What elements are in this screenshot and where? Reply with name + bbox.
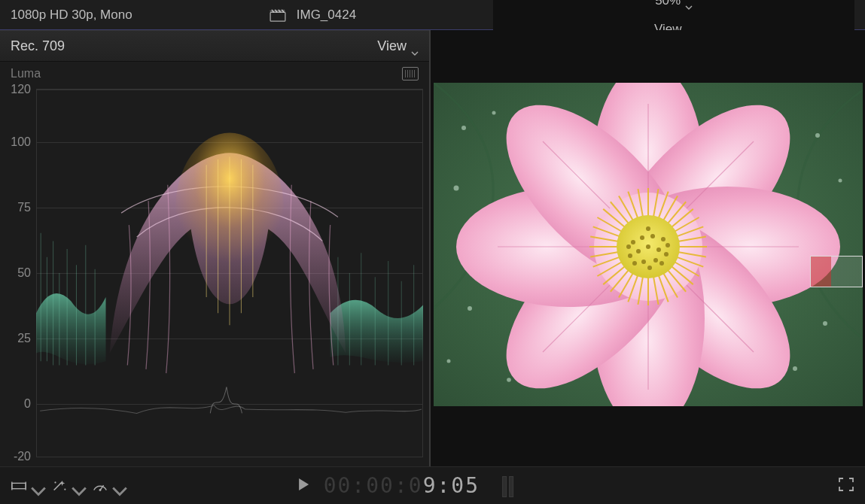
svg-point-23 [461, 126, 466, 130]
svg-point-27 [468, 306, 472, 311]
chevron-down-icon [411, 44, 419, 48]
clipping-indicator [811, 257, 831, 287]
ytick: 75 [2, 201, 31, 214]
svg-point-101 [54, 481, 56, 483]
main-split: Rec. 709 View Luma 120 100 75 50 25 0 -2… [0, 30, 865, 466]
svg-point-85 [636, 249, 641, 254]
viewer-panel [431, 30, 865, 466]
scope-chart: 120 100 75 50 25 0 -20 [0, 86, 429, 466]
ytick: 100 [2, 135, 31, 149]
transport-bar: 00:00:09:05 [0, 466, 865, 504]
viewer[interactable] [431, 30, 865, 466]
chevron-down-icon [685, 0, 693, 3]
svg-point-30 [838, 179, 842, 183]
svg-rect-100 [12, 483, 26, 488]
app-topbar: 1080p HD 30p, Mono IMG_0424 50% View [0, 0, 865, 30]
timecode-display[interactable]: 00:00:09:05 [324, 473, 480, 498]
svg-point-87 [640, 235, 644, 240]
svg-point-92 [664, 252, 669, 257]
ytick: 120 [2, 83, 31, 96]
zoom-value: 50% [655, 0, 681, 8]
ytick: 50 [2, 266, 31, 280]
ytick: -20 [2, 450, 31, 463]
svg-point-31 [823, 321, 827, 326]
svg-point-91 [641, 260, 646, 264]
svg-point-93 [628, 254, 632, 258]
zoom-dropdown[interactable]: 50% [655, 0, 693, 8]
svg-point-84 [656, 247, 661, 252]
svg-point-96 [626, 244, 631, 249]
svg-point-90 [653, 258, 658, 263]
ytick: 25 [2, 332, 31, 345]
svg-point-28 [446, 360, 450, 363]
mark-range-tool[interactable] [11, 475, 38, 497]
svg-point-97 [647, 266, 652, 270]
scope-settings-icon[interactable] [402, 67, 419, 80]
scope-colorspace-label: Rec. 709 [11, 38, 65, 54]
svg-point-99 [632, 261, 637, 266]
svg-point-24 [492, 111, 495, 115]
svg-rect-0 [270, 12, 285, 21]
play-button[interactable] [297, 477, 310, 495]
fullscreen-button[interactable] [838, 477, 854, 495]
svg-point-89 [631, 240, 635, 244]
audio-meter [502, 475, 523, 497]
svg-point-95 [666, 243, 670, 247]
enhance-wand-tool[interactable] [51, 475, 78, 497]
svg-point-34 [507, 378, 511, 382]
svg-point-83 [646, 244, 650, 249]
chevron-down-icon [111, 484, 119, 488]
exposure-clip-overlay [810, 256, 863, 287]
svg-point-94 [646, 226, 650, 231]
viewer-frame [434, 83, 863, 406]
svg-point-88 [661, 237, 666, 241]
svg-point-102 [64, 488, 65, 490]
svg-point-104 [99, 489, 102, 491]
scope-header: Rec. 709 View [0, 30, 429, 62]
svg-point-98 [659, 261, 664, 266]
scope-type-label: Luma [11, 67, 41, 80]
scope-waveform [36, 89, 423, 457]
svg-point-86 [650, 234, 655, 238]
clapperboard-icon [270, 8, 286, 22]
transport-center: 00:00:09:05 [297, 473, 523, 498]
scope-subheader: Luma [0, 62, 429, 86]
scope-view-dropdown[interactable]: View [377, 38, 419, 54]
svg-point-25 [453, 186, 458, 191]
scope-view-label: View [377, 38, 407, 54]
timecode-dim: 00:00:0 [324, 473, 423, 498]
chevron-down-icon [30, 484, 38, 488]
clip-name: IMG_0424 [297, 8, 356, 23]
retime-speed-tool[interactable] [92, 475, 119, 497]
scope-panel: Rec. 709 View Luma 120 100 75 50 25 0 -2… [0, 30, 431, 466]
clip-title-area: IMG_0424 [132, 8, 494, 23]
chevron-down-icon [71, 484, 78, 488]
timecode-active: 9:05 [423, 473, 480, 498]
ytick: 0 [2, 397, 31, 411]
svg-point-29 [815, 133, 820, 138]
svg-point-32 [793, 366, 797, 371]
format-label: 1080p HD 30p, Mono [11, 8, 132, 23]
